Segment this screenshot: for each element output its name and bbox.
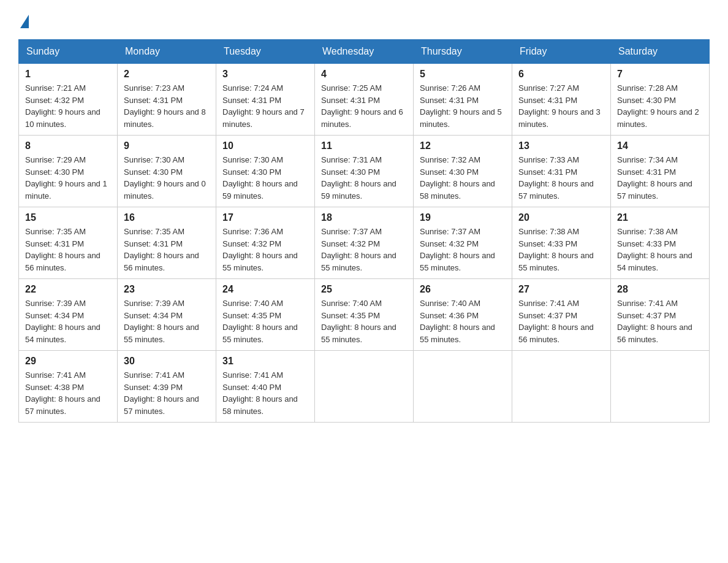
day-info: Sunrise: 7:38 AMSunset: 4:33 PMDaylight:… bbox=[518, 227, 594, 272]
day-info: Sunrise: 7:39 AMSunset: 4:34 PMDaylight:… bbox=[25, 299, 100, 344]
day-number: 25 bbox=[321, 284, 407, 295]
day-number: 29 bbox=[25, 356, 111, 367]
calendar-cell: 6 Sunrise: 7:27 AMSunset: 4:31 PMDayligh… bbox=[512, 64, 611, 136]
day-info: Sunrise: 7:23 AMSunset: 4:31 PMDaylight:… bbox=[124, 83, 206, 129]
day-info: Sunrise: 7:38 AMSunset: 4:33 PMDaylight:… bbox=[617, 227, 692, 272]
day-number: 13 bbox=[518, 140, 604, 151]
calendar-cell bbox=[414, 351, 512, 423]
calendar-cell: 15 Sunrise: 7:35 AMSunset: 4:31 PMDaylig… bbox=[19, 207, 118, 279]
day-number: 26 bbox=[420, 284, 506, 295]
calendar-cell: 14 Sunrise: 7:34 AMSunset: 4:31 PMDaylig… bbox=[611, 136, 710, 207]
calendar-cell: 5 Sunrise: 7:26 AMSunset: 4:31 PMDayligh… bbox=[414, 64, 512, 136]
calendar-cell: 11 Sunrise: 7:31 AMSunset: 4:30 PMDaylig… bbox=[315, 136, 414, 207]
calendar-cell bbox=[611, 351, 710, 423]
calendar-cell: 29 Sunrise: 7:41 AMSunset: 4:38 PMDaylig… bbox=[19, 351, 118, 423]
day-number: 24 bbox=[222, 284, 308, 295]
col-header-thursday: Thursday bbox=[414, 40, 512, 64]
page-header bbox=[18, 12, 710, 27]
calendar-cell: 10 Sunrise: 7:30 AMSunset: 4:30 PMDaylig… bbox=[216, 136, 315, 207]
day-info: Sunrise: 7:40 AMSunset: 4:36 PMDaylight:… bbox=[420, 299, 495, 344]
calendar-week-row: 8 Sunrise: 7:29 AMSunset: 4:30 PMDayligh… bbox=[19, 136, 710, 207]
logo bbox=[18, 12, 29, 27]
day-number: 12 bbox=[420, 140, 506, 151]
day-info: Sunrise: 7:36 AMSunset: 4:32 PMDaylight:… bbox=[222, 227, 298, 272]
col-header-friday: Friday bbox=[512, 40, 611, 64]
day-info: Sunrise: 7:30 AMSunset: 4:30 PMDaylight:… bbox=[124, 155, 206, 201]
day-number: 21 bbox=[617, 212, 703, 223]
day-number: 28 bbox=[617, 284, 703, 295]
day-number: 2 bbox=[124, 69, 210, 80]
calendar-week-row: 29 Sunrise: 7:41 AMSunset: 4:38 PMDaylig… bbox=[19, 351, 710, 423]
calendar-cell bbox=[315, 351, 414, 423]
day-info: Sunrise: 7:41 AMSunset: 4:38 PMDaylight:… bbox=[25, 370, 100, 416]
day-number: 18 bbox=[321, 212, 407, 223]
day-info: Sunrise: 7:25 AMSunset: 4:31 PMDaylight:… bbox=[321, 83, 403, 129]
calendar-table: SundayMondayTuesdayWednesdayThursdayFrid… bbox=[18, 39, 710, 423]
day-info: Sunrise: 7:29 AMSunset: 4:30 PMDaylight:… bbox=[25, 155, 107, 201]
day-info: Sunrise: 7:31 AMSunset: 4:30 PMDaylight:… bbox=[321, 155, 396, 201]
calendar-cell: 9 Sunrise: 7:30 AMSunset: 4:30 PMDayligh… bbox=[118, 136, 216, 207]
calendar-cell: 21 Sunrise: 7:38 AMSunset: 4:33 PMDaylig… bbox=[611, 207, 710, 279]
col-header-tuesday: Tuesday bbox=[216, 40, 315, 64]
calendar-cell: 8 Sunrise: 7:29 AMSunset: 4:30 PMDayligh… bbox=[19, 136, 118, 207]
day-info: Sunrise: 7:32 AMSunset: 4:30 PMDaylight:… bbox=[420, 155, 495, 201]
day-info: Sunrise: 7:41 AMSunset: 4:37 PMDaylight:… bbox=[518, 299, 594, 344]
calendar-cell: 1 Sunrise: 7:21 AMSunset: 4:32 PMDayligh… bbox=[19, 64, 118, 136]
calendar-cell: 31 Sunrise: 7:41 AMSunset: 4:40 PMDaylig… bbox=[216, 351, 315, 423]
logo-triangle-icon bbox=[20, 15, 29, 28]
day-info: Sunrise: 7:37 AMSunset: 4:32 PMDaylight:… bbox=[420, 227, 495, 272]
calendar-cell: 28 Sunrise: 7:41 AMSunset: 4:37 PMDaylig… bbox=[611, 279, 710, 351]
day-info: Sunrise: 7:40 AMSunset: 4:35 PMDaylight:… bbox=[321, 299, 396, 344]
calendar-cell: 4 Sunrise: 7:25 AMSunset: 4:31 PMDayligh… bbox=[315, 64, 414, 136]
day-info: Sunrise: 7:35 AMSunset: 4:31 PMDaylight:… bbox=[124, 227, 199, 272]
day-info: Sunrise: 7:26 AMSunset: 4:31 PMDaylight:… bbox=[420, 83, 502, 129]
calendar-header-row: SundayMondayTuesdayWednesdayThursdayFrid… bbox=[19, 40, 710, 64]
calendar-cell: 18 Sunrise: 7:37 AMSunset: 4:32 PMDaylig… bbox=[315, 207, 414, 279]
calendar-cell bbox=[512, 351, 611, 423]
day-info: Sunrise: 7:24 AMSunset: 4:31 PMDaylight:… bbox=[222, 83, 305, 129]
day-number: 4 bbox=[321, 69, 407, 80]
calendar-cell: 26 Sunrise: 7:40 AMSunset: 4:36 PMDaylig… bbox=[414, 279, 512, 351]
day-number: 14 bbox=[617, 140, 703, 151]
day-number: 8 bbox=[25, 140, 111, 151]
day-number: 30 bbox=[124, 356, 210, 367]
day-number: 20 bbox=[518, 212, 604, 223]
calendar-cell: 25 Sunrise: 7:40 AMSunset: 4:35 PMDaylig… bbox=[315, 279, 414, 351]
day-info: Sunrise: 7:37 AMSunset: 4:32 PMDaylight:… bbox=[321, 227, 396, 272]
day-info: Sunrise: 7:41 AMSunset: 4:39 PMDaylight:… bbox=[124, 370, 199, 416]
calendar-cell: 13 Sunrise: 7:33 AMSunset: 4:31 PMDaylig… bbox=[512, 136, 611, 207]
day-info: Sunrise: 7:33 AMSunset: 4:31 PMDaylight:… bbox=[518, 155, 594, 201]
day-info: Sunrise: 7:30 AMSunset: 4:30 PMDaylight:… bbox=[222, 155, 298, 201]
day-number: 5 bbox=[420, 69, 506, 80]
day-number: 17 bbox=[222, 212, 308, 223]
calendar-cell: 2 Sunrise: 7:23 AMSunset: 4:31 PMDayligh… bbox=[118, 64, 216, 136]
calendar-cell: 17 Sunrise: 7:36 AMSunset: 4:32 PMDaylig… bbox=[216, 207, 315, 279]
calendar-cell: 12 Sunrise: 7:32 AMSunset: 4:30 PMDaylig… bbox=[414, 136, 512, 207]
day-number: 22 bbox=[25, 284, 111, 295]
day-number: 19 bbox=[420, 212, 506, 223]
day-info: Sunrise: 7:28 AMSunset: 4:30 PMDaylight:… bbox=[617, 83, 699, 129]
calendar-cell: 23 Sunrise: 7:39 AMSunset: 4:34 PMDaylig… bbox=[118, 279, 216, 351]
calendar-cell: 24 Sunrise: 7:40 AMSunset: 4:35 PMDaylig… bbox=[216, 279, 315, 351]
day-number: 31 bbox=[222, 356, 308, 367]
calendar-cell: 30 Sunrise: 7:41 AMSunset: 4:39 PMDaylig… bbox=[118, 351, 216, 423]
calendar-cell: 3 Sunrise: 7:24 AMSunset: 4:31 PMDayligh… bbox=[216, 64, 315, 136]
day-number: 16 bbox=[124, 212, 210, 223]
day-info: Sunrise: 7:41 AMSunset: 4:37 PMDaylight:… bbox=[617, 299, 692, 344]
calendar-cell: 16 Sunrise: 7:35 AMSunset: 4:31 PMDaylig… bbox=[118, 207, 216, 279]
col-header-monday: Monday bbox=[118, 40, 216, 64]
day-info: Sunrise: 7:35 AMSunset: 4:31 PMDaylight:… bbox=[25, 227, 100, 272]
calendar-cell: 7 Sunrise: 7:28 AMSunset: 4:30 PMDayligh… bbox=[611, 64, 710, 136]
day-info: Sunrise: 7:27 AMSunset: 4:31 PMDaylight:… bbox=[518, 83, 601, 129]
day-info: Sunrise: 7:39 AMSunset: 4:34 PMDaylight:… bbox=[124, 299, 199, 344]
calendar-cell: 20 Sunrise: 7:38 AMSunset: 4:33 PMDaylig… bbox=[512, 207, 611, 279]
day-number: 6 bbox=[518, 69, 604, 80]
day-info: Sunrise: 7:34 AMSunset: 4:31 PMDaylight:… bbox=[617, 155, 692, 201]
calendar-cell: 27 Sunrise: 7:41 AMSunset: 4:37 PMDaylig… bbox=[512, 279, 611, 351]
day-number: 23 bbox=[124, 284, 210, 295]
day-number: 15 bbox=[25, 212, 111, 223]
col-header-saturday: Saturday bbox=[611, 40, 710, 64]
calendar-week-row: 22 Sunrise: 7:39 AMSunset: 4:34 PMDaylig… bbox=[19, 279, 710, 351]
day-number: 9 bbox=[124, 140, 210, 151]
col-header-wednesday: Wednesday bbox=[315, 40, 414, 64]
